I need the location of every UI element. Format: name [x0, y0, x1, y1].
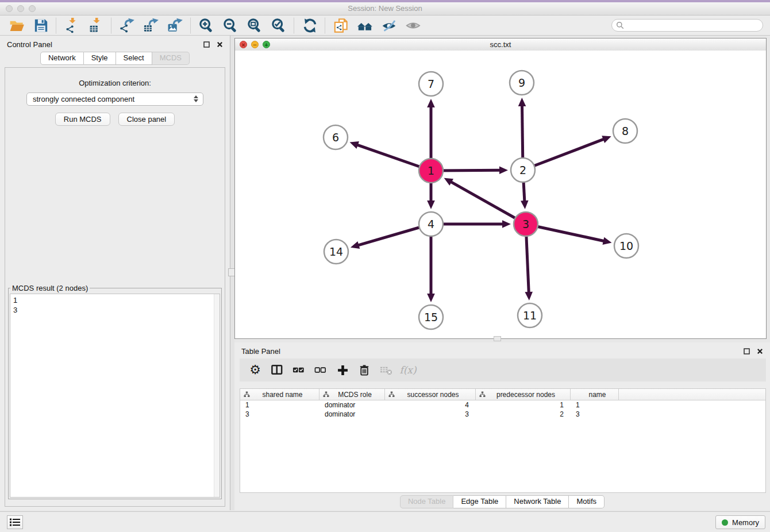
show-all-button[interactable]	[401, 17, 425, 34]
graph-node-6[interactable]: 6	[324, 125, 348, 149]
graph-node-8[interactable]: 8	[613, 119, 637, 143]
open-file-button[interactable]	[5, 17, 29, 34]
network-graph[interactable]: 7968124314101511	[235, 51, 766, 338]
close-panel-button[interactable]: Close panel	[118, 113, 175, 126]
table-cell[interactable]: dominator	[319, 410, 385, 419]
import-table-button[interactable]	[84, 17, 108, 34]
graph-node-1[interactable]: 1	[419, 159, 443, 183]
create-column-button[interactable]	[332, 361, 353, 379]
graph-node-label: 3	[522, 218, 529, 230]
table-cell[interactable]: dominator	[319, 400, 385, 410]
float-table-panel-icon[interactable]	[743, 348, 750, 354]
float-panel-icon[interactable]	[203, 41, 210, 48]
memory-button[interactable]: Memory	[715, 515, 765, 529]
minimize-window-icon[interactable]	[17, 5, 24, 12]
graph-node-11[interactable]: 11	[518, 303, 542, 327]
graph-node-9[interactable]: 9	[510, 71, 534, 95]
table-panel: Table Panel ⚙f(x) shared nameMCDS rolesu…	[234, 342, 770, 510]
table-cell[interactable]: 3	[385, 410, 476, 419]
mcds-result-list[interactable]: 13	[10, 294, 220, 498]
horizontal-splitter-handle[interactable]	[494, 336, 501, 341]
table-row[interactable]: 1dominator411	[240, 400, 765, 410]
graph-edge-3-10[interactable]	[526, 224, 612, 245]
tab-edge-table[interactable]: Edge Table	[453, 495, 506, 508]
window-controls[interactable]	[6, 5, 36, 12]
table-cell[interactable]: 1	[571, 400, 619, 410]
tab-network[interactable]: Network	[40, 52, 84, 65]
deselect-all-button[interactable]	[310, 361, 332, 379]
function-builder-button: f(x)	[397, 361, 419, 379]
table-cell[interactable]: 3	[240, 410, 319, 419]
column-header-successor-nodes[interactable]: successor nodes	[385, 389, 476, 400]
graph-node-label: 1	[428, 164, 434, 177]
hide-selected-icon	[382, 18, 397, 33]
graph-edge-3-1[interactable]	[444, 178, 526, 224]
tab-node-table[interactable]: Node Table	[400, 495, 454, 508]
zoom-window-icon[interactable]	[29, 5, 36, 12]
tab-mcds[interactable]: MCDS	[152, 52, 190, 65]
table-cell[interactable]: 4	[385, 400, 476, 410]
graph-node-15[interactable]: 15	[419, 305, 443, 329]
open-file-icon	[9, 18, 25, 33]
status-bar: Memory	[0, 511, 770, 532]
frame-close-icon[interactable]: ×	[240, 41, 247, 48]
home-view-button[interactable]	[353, 17, 377, 34]
control-panel-title: Control Panel	[7, 40, 52, 49]
mcds-result-item: 3	[13, 305, 217, 315]
column-header-name[interactable]: name	[571, 389, 619, 400]
split-panel-button[interactable]	[266, 361, 288, 379]
network-canvas[interactable]: 7968124314101511	[235, 51, 766, 338]
tab-style[interactable]: Style	[84, 52, 116, 65]
table-cell[interactable]: 2	[476, 410, 571, 419]
table-settings-button[interactable]: ⚙	[244, 361, 266, 379]
import-network-button[interactable]	[60, 17, 84, 34]
graph-node-10[interactable]: 10	[614, 234, 638, 258]
delete-column-button[interactable]	[353, 361, 375, 379]
column-hierarchy-icon	[323, 391, 329, 398]
close-panel-icon[interactable]	[216, 41, 223, 48]
table-cell[interactable]: 3	[571, 410, 619, 419]
graph-node-7[interactable]: 7	[419, 72, 443, 96]
select-all-button[interactable]	[288, 361, 310, 379]
close-window-icon[interactable]	[6, 5, 13, 12]
network-window-titlebar[interactable]: × − + scc.txt	[235, 38, 766, 51]
tab-select[interactable]: Select	[116, 52, 152, 65]
graph-node-2[interactable]: 2	[511, 158, 535, 182]
search-input[interactable]	[611, 19, 763, 32]
column-header-predecessor-nodes[interactable]: predecessor nodes	[476, 389, 571, 400]
table-cell[interactable]: 1	[476, 400, 571, 410]
graph-edge-1-6[interactable]	[350, 141, 431, 171]
column-header-shared-name[interactable]: shared name	[240, 389, 319, 400]
zoom-fit-icon	[247, 18, 263, 33]
table-row[interactable]: 3dominator323	[240, 410, 765, 419]
hide-selected-button[interactable]	[377, 17, 401, 34]
run-mcds-button[interactable]: Run MCDS	[55, 113, 110, 126]
graph-node-label: 4	[428, 218, 434, 230]
criterion-select[interactable]: strongly connected component	[26, 92, 203, 106]
clone-network-button[interactable]	[329, 17, 353, 34]
graph-node-14[interactable]: 14	[324, 240, 348, 264]
graph-node-3[interactable]: 3	[514, 212, 538, 236]
frame-maximize-icon[interactable]: +	[263, 41, 270, 48]
zoom-fit-button[interactable]	[242, 17, 267, 34]
tab-motifs[interactable]: Motifs	[569, 495, 605, 508]
refresh-view-button[interactable]	[298, 17, 322, 34]
export-network-button[interactable]	[115, 17, 139, 34]
save-session-button[interactable]	[29, 17, 53, 34]
export-table-button[interactable]	[139, 17, 163, 34]
table-cell[interactable]: 1	[240, 400, 319, 410]
zoom-out-button[interactable]	[218, 17, 242, 34]
result-scrollbar[interactable]	[214, 294, 220, 497]
mcds-result-title: MCDS result (2 nodes)	[10, 284, 90, 292]
tab-network-table[interactable]: Network Table	[506, 495, 569, 508]
frame-minimize-icon[interactable]: −	[251, 41, 259, 48]
graph-edge-2-8[interactable]	[523, 136, 611, 170]
close-table-panel-icon[interactable]	[756, 348, 763, 354]
zoom-in-button[interactable]	[194, 17, 218, 34]
column-header-MCDS-role[interactable]: MCDS role	[319, 389, 385, 400]
export-image-button[interactable]	[163, 17, 187, 34]
task-history-button[interactable]	[7, 515, 23, 529]
graph-node-4[interactable]: 4	[419, 212, 443, 236]
export-image-icon	[168, 18, 183, 33]
zoom-selected-button[interactable]	[267, 17, 291, 34]
